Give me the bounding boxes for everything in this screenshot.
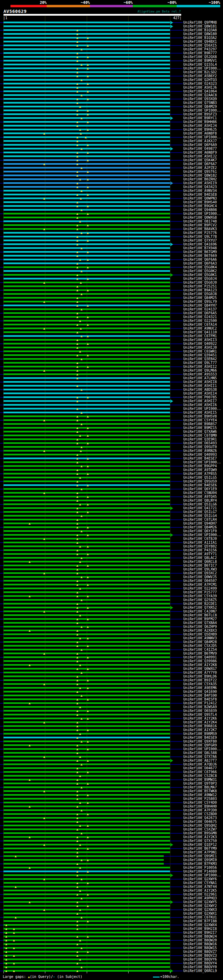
hit-row[interactable]: UniRef100_Q9FGR9 xyxy=(0,743,223,747)
alignment-bar[interactable] xyxy=(3,106,170,107)
alignment-bar[interactable] xyxy=(3,461,170,463)
hit-row[interactable]: UniRef100_B9SGM8 xyxy=(0,831,223,835)
hit-row[interactable]: UniRef100_Q6Y1F0 xyxy=(0,529,223,533)
hit-row[interactable]: UniRef100_Q2XWY5 xyxy=(0,900,223,904)
hit-row[interactable]: UniRef100_UPI000.. xyxy=(0,67,223,70)
hit-label[interactable]: UniRef100_Q9LXW3 xyxy=(183,567,217,571)
hit-row[interactable]: UniRef100_Q2AAC8 xyxy=(0,93,223,97)
alignment-bar[interactable] xyxy=(3,79,170,81)
hit-label[interactable]: UniRef100_A7PCM1 xyxy=(183,583,217,587)
hit-row[interactable]: UniRef100_B9H6J5 xyxy=(0,127,223,131)
hit-row[interactable]: UniRef100_O04507 xyxy=(0,579,223,583)
alignment-bar[interactable] xyxy=(3,955,170,956)
hit-row[interactable]: UniRef100_A7LHN5 xyxy=(0,376,223,380)
hit-label[interactable]: UniRef100_B2CDE1 xyxy=(183,602,217,606)
hit-label[interactable]: UniRef100_Q39451 xyxy=(183,353,217,357)
hit-label[interactable]: UniRef100_Q1EP12 xyxy=(183,843,217,846)
hit-row[interactable]: UniRef100_Q8LAC2 xyxy=(0,556,223,560)
alignment-bar[interactable] xyxy=(3,29,170,31)
alignment-bar[interactable] xyxy=(3,614,170,616)
alignment-bar[interactable] xyxy=(3,721,170,723)
hit-label[interactable]: UniRef100_Q9FMH8 xyxy=(183,21,217,24)
hit-row[interactable]: UniRef100_Q7XYU7 xyxy=(0,239,223,242)
hit-label[interactable]: UniRef100_B9SFZ3 xyxy=(183,112,217,116)
hit-row[interactable]: UniRef100_UPI000.. xyxy=(0,212,223,216)
hit-label[interactable]: UniRef100_UPI000.. xyxy=(183,212,221,216)
hit-row[interactable]: UniRef100_B9R816 xyxy=(0,724,223,728)
hit-label[interactable]: UniRef100_Q5ILG4 xyxy=(183,514,217,518)
hit-row[interactable]: UniRef100_B9RMS9 xyxy=(0,732,223,736)
alignment-bar[interactable] xyxy=(3,309,170,310)
hit-row[interactable]: UniRef100_Q5ILG5 xyxy=(0,476,223,479)
hit-row[interactable]: UniRef100_UPI000.. xyxy=(0,135,223,139)
hit-row[interactable]: UniRef100_P43297 xyxy=(0,47,223,51)
hit-label[interactable]: UniRef100_Q6Y1F0 xyxy=(183,529,217,533)
alignment-bar[interactable] xyxy=(3,633,170,635)
hit-row[interactable]: UniRef100_Q155L4 xyxy=(0,62,223,67)
hit-label[interactable]: UniRef100_O65039 xyxy=(183,709,217,713)
hit-label[interactable]: UniRef100_Q6ZHP9 xyxy=(183,625,217,628)
hit-row[interactable]: UniRef100_B9SFZ3 xyxy=(0,112,223,116)
hit-row[interactable]: UniRef100_A2X8X3 xyxy=(0,628,223,632)
hit-label[interactable]: UniRef100_Q39986 xyxy=(183,659,217,663)
hit-row[interactable]: UniRef100_A9RNZ6 xyxy=(0,449,223,453)
alignment-bar[interactable] xyxy=(3,71,170,73)
alignment-bar[interactable] xyxy=(3,756,170,757)
alignment-bar[interactable] xyxy=(3,480,170,482)
hit-label[interactable]: UniRef100_Q94BX1 xyxy=(183,40,217,43)
alignment-bar[interactable] xyxy=(3,350,170,352)
hit-label[interactable]: UniRef100_Q93XQ9 xyxy=(183,97,217,101)
hit-label[interactable]: UniRef100_B6TYM9 xyxy=(183,846,217,850)
hit-row[interactable]: UniRef100_B9MW31 xyxy=(0,778,223,781)
alignment-bar[interactable] xyxy=(3,297,170,299)
hit-label[interactable]: UniRef100_O04677 xyxy=(183,766,217,770)
hit-row[interactable]: UniRef100_C4J0N7 xyxy=(0,609,223,613)
hit-row[interactable]: UniRef100_Q40993 xyxy=(0,453,223,457)
hit-label[interactable]: UniRef100_A5HII2 xyxy=(183,365,217,369)
hit-row[interactable]: UniRef100_C6SWR1 xyxy=(0,349,223,353)
alignment-bar[interactable] xyxy=(3,676,170,677)
hit-label[interactable]: UniRef100_Q93XC2 xyxy=(183,571,217,575)
hit-row[interactable]: UniRef100_C6TKU1 xyxy=(0,915,223,919)
hit-row[interactable]: UniRef100_Q9SUS9 xyxy=(0,479,223,483)
alignment-bar[interactable] xyxy=(3,695,170,696)
alignment-bar[interactable] xyxy=(3,125,170,127)
alignment-bar[interactable] xyxy=(3,515,170,517)
alignment-bar[interactable] xyxy=(3,220,170,222)
hit-row[interactable]: UniRef100_Q6F6A6 xyxy=(0,258,223,261)
hit-row[interactable]: UniRef100_C5XJD5 xyxy=(0,644,223,648)
hit-row[interactable]: UniRef100_A1Y2K5 xyxy=(0,889,223,892)
hit-row[interactable]: UniRef100_P12412 xyxy=(0,701,223,705)
alignment-bar[interactable] xyxy=(3,182,170,184)
hit-label[interactable]: UniRef100_Q41721 xyxy=(183,506,217,510)
hit-row[interactable]: UniRef100_A2PZE2 xyxy=(0,166,223,170)
hit-row[interactable]: UniRef100_Q9SMI0 xyxy=(0,858,223,862)
hit-label[interactable]: UniRef100_Q84M29 xyxy=(183,105,217,108)
hit-row[interactable]: UniRef100_Q5Y802 xyxy=(0,544,223,548)
hit-row[interactable]: UniRef100_Q84M25 xyxy=(0,296,223,300)
alignment-bar[interactable] xyxy=(3,255,170,256)
alignment-bar[interactable] xyxy=(3,25,170,27)
hit-row[interactable]: UniRef100_Q0WXG8 xyxy=(0,216,223,220)
alignment-bar[interactable] xyxy=(3,549,170,551)
hit-label[interactable]: UniRef100_Q6RCL9 xyxy=(183,969,217,973)
hit-row[interactable]: UniRef100_C6T8M0 xyxy=(0,434,223,438)
hit-label[interactable]: UniRef100_B9H5V8 xyxy=(183,414,217,418)
hit-row[interactable]: UniRef100_Q6ZHP9 xyxy=(0,625,223,628)
hit-label[interactable]: UniRef100_Q258Z5 xyxy=(183,598,217,602)
alignment-bar[interactable] xyxy=(3,285,170,287)
alignment-bar[interactable] xyxy=(3,201,170,203)
hit-row[interactable]: UniRef100_P25251 xyxy=(0,284,223,288)
alignment-bar[interactable] xyxy=(3,542,170,543)
hit-row[interactable]: UniRef100_B9MVV1 xyxy=(0,59,223,62)
hit-row[interactable]: UniRef100_C5Z8C8 xyxy=(0,774,223,778)
alignment-bar[interactable] xyxy=(3,60,170,62)
alignment-bar[interactable] xyxy=(3,228,170,230)
alignment-bar[interactable] xyxy=(3,358,170,360)
hit-row[interactable]: UniRef100_A7PCM1 xyxy=(0,583,223,587)
hit-label[interactable]: UniRef100_A5HII3 xyxy=(183,338,217,342)
hit-row[interactable]: UniRef100_B9HLD6 xyxy=(0,675,223,678)
hit-row[interactable]: UniRef100_B7FKM3 xyxy=(0,862,223,865)
alignment-bar[interactable] xyxy=(3,190,170,192)
hit-row[interactable]: UniRef100_B9GHC4 xyxy=(0,204,223,208)
